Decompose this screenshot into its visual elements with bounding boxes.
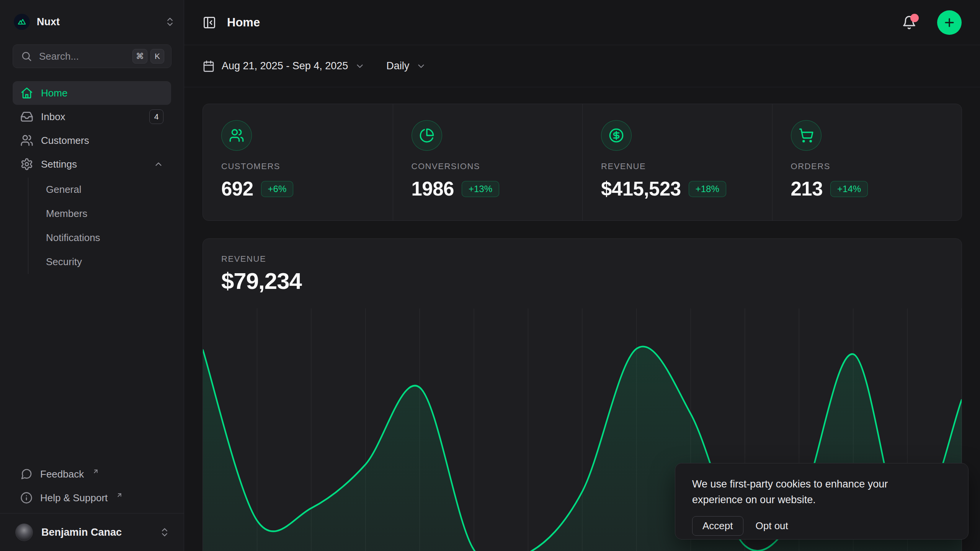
notifications-button[interactable]: [902, 15, 916, 30]
home-icon: [20, 86, 33, 99]
nuxt-logo-icon: [14, 14, 30, 30]
date-range-picker[interactable]: Aug 21, 2025 - Sep 4, 2025: [203, 60, 365, 72]
sidebar-item-label: Security: [46, 256, 82, 268]
search-input[interactable]: Search... ⌘ K: [13, 44, 172, 68]
help-support-link[interactable]: Help & Support: [13, 486, 171, 510]
stat-value: 213: [791, 178, 823, 200]
pie-chart-icon: [412, 120, 442, 151]
stat-delta-badge: +6%: [261, 181, 294, 197]
user-avatar: [15, 523, 33, 541]
stat-label: ORDERS: [791, 161, 944, 171]
stat-card-customers[interactable]: CUSTOMERS 692 +6%: [203, 104, 393, 220]
page-title: Home: [227, 16, 260, 29]
sidebar-item-customers[interactable]: Customers: [13, 129, 171, 152]
calendar-icon: [203, 60, 215, 72]
stat-label: CUSTOMERS: [221, 161, 374, 171]
stat-value: 692: [221, 178, 253, 200]
opt-out-button[interactable]: Opt out: [756, 520, 788, 532]
chevron-down-icon: [355, 61, 365, 71]
chart-title: REVENUE: [221, 254, 943, 264]
users-icon: [20, 134, 33, 147]
sidebar-item-home[interactable]: Home: [13, 81, 171, 105]
sidebar-item-general[interactable]: General: [41, 178, 171, 202]
stat-card-revenue[interactable]: REVENUE $415,523 +18%: [582, 104, 772, 220]
date-range-value: Aug 21, 2025 - Sep 4, 2025: [222, 60, 348, 72]
sidebar-nav: Home Inbox 4 Customers Settings: [13, 81, 171, 274]
inbox-icon: [20, 110, 33, 123]
stat-value: 1986: [412, 178, 454, 200]
shopping-cart-icon: [791, 120, 822, 151]
sidebar-item-label: General: [46, 184, 82, 196]
chevron-up-down-icon: [165, 16, 175, 27]
chevron-up-icon: [154, 159, 163, 169]
sidebar-item-label: Notifications: [46, 232, 100, 244]
external-link-icon: [92, 468, 99, 475]
stat-delta-badge: +14%: [830, 181, 868, 197]
stats-row: CUSTOMERS 692 +6% CONVERSIONS 1986 +13%: [203, 104, 962, 221]
kbd-k: K: [150, 49, 164, 64]
team-switcher[interactable]: Nuxt: [14, 11, 175, 33]
stat-card-conversions[interactable]: CONVERSIONS 1986 +13%: [393, 104, 583, 220]
topbar: Home: [184, 0, 980, 45]
sidebar-item-label: Members: [46, 208, 87, 220]
sidebar-collapse-button[interactable]: [203, 16, 216, 29]
sidebar-footer: Feedback Help & Support: [13, 462, 171, 510]
sidebar-item-notifications[interactable]: Notifications: [41, 226, 171, 250]
stat-label: CONVERSIONS: [412, 161, 564, 171]
kbd-cmd: ⌘: [132, 49, 147, 64]
stat-delta-badge: +18%: [689, 181, 726, 197]
sidebar-item-label: Home: [41, 87, 67, 99]
stat-value: $415,523: [601, 178, 681, 200]
accept-button[interactable]: Accept: [692, 516, 743, 536]
chart-total-value: $79,234: [221, 268, 943, 294]
user-name: Benjamin Canac: [41, 527, 151, 538]
user-menu[interactable]: Benjamin Canac: [0, 513, 184, 551]
feedback-label: Feedback: [40, 468, 84, 480]
search-icon: [21, 51, 32, 62]
filters-toolbar: Aug 21, 2025 - Sep 4, 2025 Daily: [184, 45, 980, 87]
notification-dot: [910, 14, 919, 22]
sidebar-item-security[interactable]: Security: [41, 250, 171, 274]
chevron-up-down-icon: [159, 527, 170, 538]
inbox-count-badge: 4: [149, 109, 163, 124]
stat-delta-badge: +13%: [462, 181, 499, 197]
gear-icon: [20, 158, 33, 171]
message-bubble-icon: [20, 468, 33, 480]
granularity-value: Daily: [386, 60, 409, 72]
help-support-label: Help & Support: [40, 492, 108, 504]
sidebar-item-label: Settings: [41, 158, 77, 170]
granularity-select[interactable]: Daily: [386, 60, 426, 72]
sidebar-item-label: Customers: [41, 135, 89, 147]
sidebar-item-settings[interactable]: Settings: [13, 152, 171, 176]
external-link-icon: [116, 492, 123, 499]
search-placeholder: Search...: [39, 51, 126, 62]
cookie-banner: We use first-party cookies to enhance yo…: [675, 463, 969, 540]
cookie-message: We use first-party cookies to enhance yo…: [692, 476, 922, 508]
team-name: Nuxt: [37, 16, 158, 28]
sidebar-item-members[interactable]: Members: [41, 202, 171, 226]
plus-icon: [943, 16, 956, 29]
sidebar: Nuxt Search... ⌘ K Home Inbox 4: [0, 0, 184, 551]
settings-subnav: General Members Notifications Security: [28, 178, 171, 274]
info-circle-icon: [20, 492, 33, 504]
circle-dollar-icon: [601, 120, 632, 151]
users-icon: [221, 120, 252, 151]
chevron-down-icon: [416, 61, 426, 71]
add-button[interactable]: [937, 10, 962, 35]
sidebar-item-inbox[interactable]: Inbox 4: [13, 105, 171, 129]
stat-label: REVENUE: [601, 161, 754, 171]
search-shortcut: ⌘ K: [132, 49, 164, 64]
sidebar-item-label: Inbox: [41, 111, 65, 123]
stat-card-orders[interactable]: ORDERS 213 +14%: [772, 104, 962, 220]
feedback-link[interactable]: Feedback: [13, 462, 171, 486]
